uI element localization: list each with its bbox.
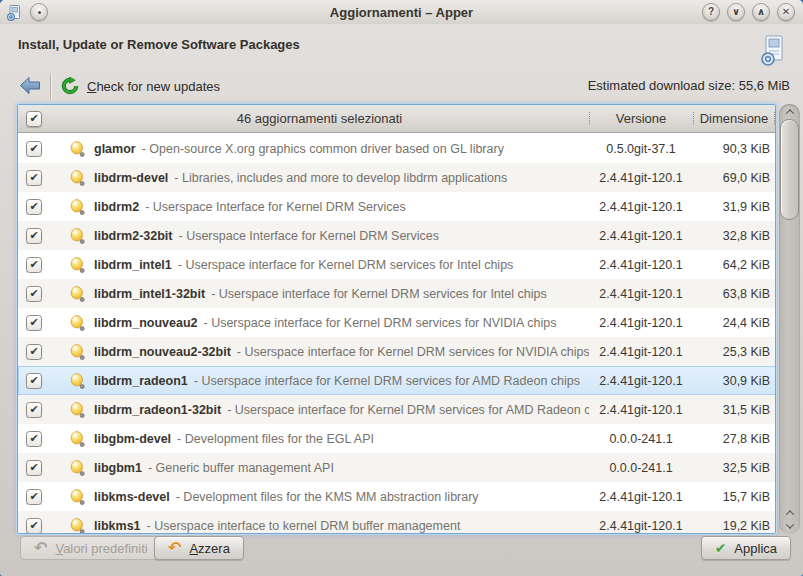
row-size: 90,3 KiB [693,142,775,156]
table-row[interactable]: libdrm_intel1-32bit - Userspace interfac… [18,279,775,308]
table-row[interactable]: glamor - Open-source X.org graphics comm… [18,134,775,163]
defaults-button-label: Valori predefiniti [55,541,147,556]
defaults-button[interactable]: ↶ Valori predefiniti [20,536,162,560]
table-header: 46 aggiornamenti selezionati Versione Di… [18,105,775,133]
apply-button-label: Applica [734,541,777,556]
table-row[interactable]: libdrm-devel - Libraries, includes and m… [18,163,775,192]
scrollbar-thumb[interactable] [780,119,799,220]
version-column-header[interactable]: Versione [589,105,693,132]
row-size: 32,5 KiB [693,461,775,475]
row-package-name: libdrm-devel [94,171,168,185]
row-checkbox[interactable] [26,199,42,215]
toolbar: Check for new updates Estimated download… [0,70,803,102]
table-row[interactable]: libgbm1 - Generic buffer management API … [18,453,775,482]
toolbar-separator [50,73,51,99]
row-version: 2.4.41git-120.1 [589,345,693,359]
check-updates-button[interactable]: Check for new updates [61,74,220,98]
table-row[interactable]: libkms-devel - Development files for the… [18,482,775,511]
reset-button-label: Azzera [189,541,229,556]
update-available-icon [70,518,85,534]
row-checkbox[interactable] [26,373,42,389]
row-version: 2.4.41git-120.1 [589,229,693,243]
checkmark-icon: ✔ [715,541,727,555]
footer: ↶ Valori predefiniti ↶ Azzera ✔ Applica [0,536,803,564]
software-updates-icon [760,34,787,71]
row-version: 2.4.41git-120.1 [589,171,693,185]
row-package-name: libdrm2-32bit [94,229,173,243]
table-row[interactable]: libgbm-devel - Development files for the… [18,424,775,453]
row-checkbox[interactable] [26,489,42,505]
download-size-label: Estimated download size: 55,6 MiB [588,78,790,93]
row-package-name: libdrm2 [94,200,139,214]
row-size: 64,2 KiB [693,258,775,272]
row-checkbox[interactable] [26,402,42,418]
row-checkbox[interactable] [26,460,42,476]
update-available-icon [70,402,85,418]
help-button[interactable]: ? [702,3,720,21]
row-checkbox[interactable] [26,228,42,244]
row-checkbox[interactable] [26,286,42,302]
row-checkbox[interactable] [26,344,42,360]
table-row[interactable]: libdrm_nouveau2 - Userspace interface fo… [18,308,775,337]
row-package-desc: - Development files for the EGL API [177,432,374,446]
apply-button[interactable]: ✔ Applica [701,536,791,560]
row-version: 2.4.41git-120.1 [589,403,693,417]
row-size: 31,5 KiB [693,403,775,417]
row-checkbox[interactable] [26,315,42,331]
table-row[interactable]: libdrm_nouveau2-32bit - Userspace interf… [18,337,775,366]
row-package-name: glamor [94,142,136,156]
row-package-name: libdrm_intel1 [94,258,172,272]
row-version: 0.0.0-241.1 [589,461,693,475]
row-package-desc: - Userspace interface for Kernel DRM ser… [227,403,589,417]
apper-window: Aggiornamenti – Apper ? ∨ ∧ ✕ Install, U… [0,0,803,576]
row-package-desc: - Userspace interface for Kernel DRM ser… [194,374,580,388]
row-size: 69,0 KiB [693,171,775,185]
select-all-checkbox[interactable] [26,111,42,127]
row-version: 2.4.41git-120.1 [589,287,693,301]
scroll-down-button[interactable] [779,519,800,532]
row-version: 2.4.41git-120.1 [589,490,693,504]
row-package-desc: - Userspace interface for Kernel DRM ser… [211,287,547,301]
table-row[interactable]: libdrm_radeon1-32bit - Userspace interfa… [18,395,775,424]
update-available-icon [70,344,85,360]
back-arrow-icon[interactable] [19,76,41,95]
reset-button[interactable]: ↶ Azzera [154,536,244,560]
row-package-desc: - Development files for the KMS MM abstr… [176,490,479,504]
maximize-button[interactable]: ∧ [752,3,770,21]
scroll-up-button[interactable] [779,105,800,118]
update-available-icon [70,373,85,389]
row-size: 32,8 KiB [693,229,775,243]
size-column-header[interactable]: Dimensione [693,105,775,132]
page-header: Install, Update or Remove Software Packa… [0,24,803,70]
row-package-name: libkms-devel [94,490,170,504]
table-row[interactable]: libdrm_intel1 - Userspace interface for … [18,250,775,279]
minimize-button[interactable]: ∨ [727,3,745,21]
update-rows: glamor - Open-source X.org graphics comm… [18,134,775,533]
vertical-scrollbar[interactable] [779,104,800,534]
window-title: Aggiornamenti – Apper [0,5,803,20]
table-row[interactable]: libkms1 - Userspace interface to kernel … [18,511,775,533]
scroll-up-button-bottom[interactable] [779,506,800,519]
row-size: 19,2 KiB [693,519,775,533]
row-size: 15,7 KiB [693,490,775,504]
row-checkbox[interactable] [26,170,42,186]
table-row[interactable]: libdrm2-32bit - Userspace Interface for … [18,221,775,250]
row-checkbox[interactable] [26,518,42,534]
row-package-desc: - Userspace Interface for Kernel DRM Ser… [179,229,440,243]
row-checkbox[interactable] [26,257,42,273]
row-checkbox[interactable] [26,431,42,447]
row-version: 2.4.41git-120.1 [589,316,693,330]
table-row[interactable]: libdrm_radeon1 - Userspace interface for… [18,366,775,395]
titlebar[interactable]: Aggiornamenti – Apper ? ∨ ∧ ✕ [0,0,803,24]
row-checkbox[interactable] [26,141,42,157]
refresh-icon [61,77,79,95]
update-available-icon [70,170,85,186]
update-available-icon [70,286,85,302]
row-package-name: libdrm_radeon1 [94,374,188,388]
table-row[interactable]: libdrm2 - Userspace Interface for Kernel… [18,192,775,221]
close-button[interactable]: ✕ [777,3,795,21]
window-menu-button[interactable] [30,3,48,21]
row-version: 2.4.41git-120.1 [589,200,693,214]
selected-count-header[interactable]: 46 aggiornamenti selezionati [50,105,589,132]
row-version: 0.5.0git-37.1 [589,142,693,156]
